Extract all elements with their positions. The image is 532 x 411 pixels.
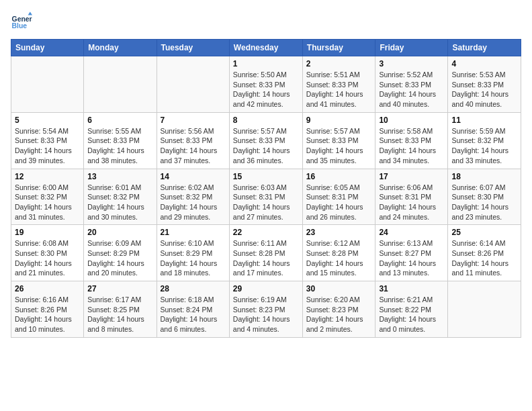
day-cell: 3Sunrise: 5:52 AM Sunset: 8:33 PM Daylig… [375,56,448,113]
day-number: 26 [15,284,80,293]
day-number: 16 [306,172,372,181]
day-cell: 27Sunrise: 6:17 AM Sunset: 8:25 PM Dayli… [84,281,157,338]
header-thursday: Thursday [302,40,375,56]
day-number: 22 [233,228,299,237]
day-number: 25 [451,228,517,237]
day-info: Sunrise: 5:56 AM Sunset: 8:33 PM Dayligh… [161,126,226,166]
day-info: Sunrise: 6:08 AM Sunset: 8:30 PM Dayligh… [15,238,80,278]
day-number: 30 [306,284,372,293]
day-info: Sunrise: 5:54 AM Sunset: 8:33 PM Dayligh… [15,126,80,166]
day-number: 8 [233,116,299,125]
day-info: Sunrise: 5:57 AM Sunset: 8:33 PM Dayligh… [306,126,372,166]
day-number: 2 [306,59,372,68]
day-number: 4 [451,59,517,68]
week-row-1: 1Sunrise: 5:50 AM Sunset: 8:33 PM Daylig… [11,56,521,113]
day-info: Sunrise: 6:16 AM Sunset: 8:26 PM Dayligh… [15,295,80,334]
day-number: 20 [87,228,152,237]
day-number: 10 [379,116,444,125]
day-cell: 16Sunrise: 6:05 AM Sunset: 8:31 PM Dayli… [302,169,375,225]
day-info: Sunrise: 5:55 AM Sunset: 8:33 PM Dayligh… [87,126,152,166]
day-cell: 20Sunrise: 6:09 AM Sunset: 8:29 PM Dayli… [84,225,157,281]
day-cell: 28Sunrise: 6:18 AM Sunset: 8:24 PM Dayli… [157,281,229,338]
day-cell: 17Sunrise: 6:06 AM Sunset: 8:31 PM Dayli… [375,169,448,225]
day-info: Sunrise: 6:19 AM Sunset: 8:23 PM Dayligh… [233,295,299,334]
day-number: 27 [87,284,152,293]
day-info: Sunrise: 5:58 AM Sunset: 8:33 PM Dayligh… [379,126,444,166]
day-cell: 24Sunrise: 6:13 AM Sunset: 8:27 PM Dayli… [375,225,448,281]
calendar-header-row: SundayMondayTuesdayWednesdayThursdayFrid… [11,40,521,56]
svg-text:General: General [12,15,32,23]
day-number: 5 [15,116,80,125]
day-number: 7 [161,116,226,125]
week-row-2: 5Sunrise: 5:54 AM Sunset: 8:33 PM Daylig… [11,112,521,169]
day-cell: 13Sunrise: 6:01 AM Sunset: 8:32 PM Dayli… [84,169,157,225]
week-row-3: 12Sunrise: 6:00 AM Sunset: 8:32 PM Dayli… [11,169,521,225]
week-row-4: 19Sunrise: 6:08 AM Sunset: 8:30 PM Dayli… [11,225,521,281]
day-info: Sunrise: 6:06 AM Sunset: 8:31 PM Dayligh… [379,183,444,222]
day-cell: 26Sunrise: 6:16 AM Sunset: 8:26 PM Dayli… [11,281,84,338]
day-info: Sunrise: 5:50 AM Sunset: 8:33 PM Dayligh… [233,70,299,109]
day-number: 18 [451,172,517,181]
day-number: 3 [379,59,444,68]
day-info: Sunrise: 6:13 AM Sunset: 8:27 PM Dayligh… [379,238,444,278]
day-cell: 12Sunrise: 6:00 AM Sunset: 8:32 PM Dayli… [11,169,84,225]
day-number: 1 [233,59,299,68]
day-cell [157,56,229,113]
day-cell: 1Sunrise: 5:50 AM Sunset: 8:33 PM Daylig… [229,56,302,113]
day-cell: 29Sunrise: 6:19 AM Sunset: 8:23 PM Dayli… [229,281,302,338]
day-info: Sunrise: 5:59 AM Sunset: 8:32 PM Dayligh… [451,126,517,166]
day-cell: 30Sunrise: 6:20 AM Sunset: 8:23 PM Dayli… [302,281,375,338]
day-cell: 22Sunrise: 6:11 AM Sunset: 8:28 PM Dayli… [229,225,302,281]
day-cell: 23Sunrise: 6:12 AM Sunset: 8:28 PM Dayli… [302,225,375,281]
day-info: Sunrise: 6:11 AM Sunset: 8:28 PM Dayligh… [233,238,299,278]
day-cell [84,56,157,113]
svg-text:Blue: Blue [12,22,28,30]
header-tuesday: Tuesday [157,40,229,56]
day-cell: 4Sunrise: 5:53 AM Sunset: 8:33 PM Daylig… [448,56,521,113]
day-info: Sunrise: 6:18 AM Sunset: 8:24 PM Dayligh… [161,295,226,334]
day-info: Sunrise: 6:01 AM Sunset: 8:32 PM Dayligh… [87,183,152,222]
day-info: Sunrise: 5:57 AM Sunset: 8:33 PM Dayligh… [233,126,299,166]
day-number: 28 [161,284,226,293]
day-cell: 5Sunrise: 5:54 AM Sunset: 8:33 PM Daylig… [11,112,84,169]
logo: General Blue [11,11,35,32]
day-number: 9 [306,116,372,125]
day-cell: 15Sunrise: 6:03 AM Sunset: 8:31 PM Dayli… [229,169,302,225]
calendar-table: SundayMondayTuesdayWednesdayThursdayFrid… [11,39,521,338]
day-cell [11,56,84,113]
header-saturday: Saturday [448,40,521,56]
day-info: Sunrise: 5:51 AM Sunset: 8:33 PM Dayligh… [306,70,372,109]
logo-icon: General Blue [11,11,32,32]
page-header: General Blue [11,11,521,32]
week-row-5: 26Sunrise: 6:16 AM Sunset: 8:26 PM Dayli… [11,281,521,338]
day-info: Sunrise: 5:53 AM Sunset: 8:33 PM Dayligh… [451,70,517,109]
day-info: Sunrise: 6:20 AM Sunset: 8:23 PM Dayligh… [306,295,372,334]
day-number: 21 [161,228,226,237]
header-sunday: Sunday [11,40,84,56]
day-info: Sunrise: 6:07 AM Sunset: 8:30 PM Dayligh… [451,183,517,222]
day-info: Sunrise: 6:12 AM Sunset: 8:28 PM Dayligh… [306,238,372,278]
day-info: Sunrise: 5:52 AM Sunset: 8:33 PM Dayligh… [379,70,444,109]
day-number: 12 [15,172,80,181]
header-wednesday: Wednesday [229,40,302,56]
day-number: 14 [161,172,226,181]
day-number: 11 [451,116,517,125]
day-info: Sunrise: 6:17 AM Sunset: 8:25 PM Dayligh… [87,295,152,334]
day-cell: 6Sunrise: 5:55 AM Sunset: 8:33 PM Daylig… [84,112,157,169]
day-cell: 21Sunrise: 6:10 AM Sunset: 8:29 PM Dayli… [157,225,229,281]
day-number: 15 [233,172,299,181]
day-number: 29 [233,284,299,293]
day-number: 6 [87,116,152,125]
day-cell: 9Sunrise: 5:57 AM Sunset: 8:33 PM Daylig… [302,112,375,169]
svg-marker-2 [28,12,32,15]
day-cell: 2Sunrise: 5:51 AM Sunset: 8:33 PM Daylig… [302,56,375,113]
day-info: Sunrise: 6:10 AM Sunset: 8:29 PM Dayligh… [161,238,226,278]
day-number: 17 [379,172,444,181]
day-cell: 19Sunrise: 6:08 AM Sunset: 8:30 PM Dayli… [11,225,84,281]
day-info: Sunrise: 6:05 AM Sunset: 8:31 PM Dayligh… [306,183,372,222]
day-cell: 8Sunrise: 5:57 AM Sunset: 8:33 PM Daylig… [229,112,302,169]
day-cell: 31Sunrise: 6:21 AM Sunset: 8:22 PM Dayli… [375,281,448,338]
day-info: Sunrise: 6:00 AM Sunset: 8:32 PM Dayligh… [15,183,80,222]
day-cell [448,281,521,338]
day-cell: 18Sunrise: 6:07 AM Sunset: 8:30 PM Dayli… [448,169,521,225]
